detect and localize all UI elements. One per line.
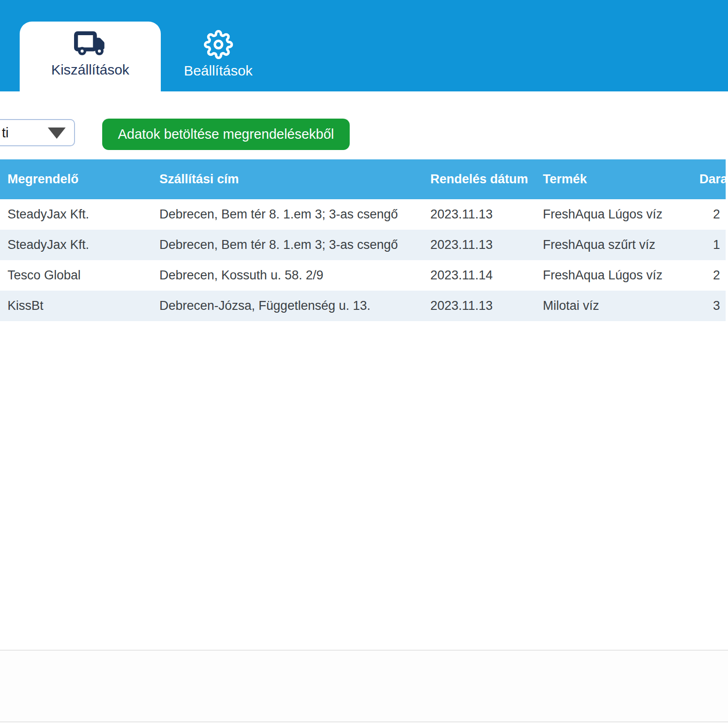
app-window: Kiszállítások Beállítások ti Adatok betö… bbox=[0, 0, 728, 728]
footer-panel bbox=[0, 650, 728, 722]
cell-customer: Tesco Global bbox=[8, 260, 159, 291]
table-header-row: Megrendelő Szállítási cím Rendelés dátum… bbox=[0, 159, 726, 199]
column-header-quantity: Darab bbox=[684, 159, 726, 199]
cell-quantity: 2 bbox=[684, 199, 726, 230]
cell-address: Debrecen, Bem tér 8. 1.em 3; 3-as csengő bbox=[159, 230, 430, 260]
deliveries-table: Megrendelő Szállítási cím Rendelés dátum… bbox=[0, 159, 726, 321]
cell-quantity: 3 bbox=[684, 291, 726, 321]
cell-date: 2023.11.13 bbox=[430, 199, 543, 230]
cell-date: 2023.11.13 bbox=[430, 230, 543, 260]
column-header-product: Termék bbox=[543, 159, 684, 199]
table-row[interactable]: KissBt Debrecen-Józsa, Függetlenség u. 1… bbox=[0, 291, 726, 321]
chevron-down-icon bbox=[48, 128, 66, 139]
table-row[interactable]: SteadyJax Kft. Debrecen, Bem tér 8. 1.em… bbox=[0, 230, 726, 260]
cell-product: Milotai víz bbox=[543, 291, 684, 321]
table-row[interactable]: Tesco Global Debrecen, Kossuth u. 58. 2/… bbox=[0, 260, 726, 291]
cell-quantity: 1 bbox=[684, 230, 726, 260]
filter-dropdown[interactable]: ti bbox=[0, 119, 75, 146]
cell-address: Debrecen, Bem tér 8. 1.em 3; 3-as csengő bbox=[159, 199, 430, 230]
gear-icon bbox=[204, 29, 233, 60]
cell-product: FreshAqua Lúgos víz bbox=[543, 199, 684, 230]
cell-product: FreshAqua szűrt víz bbox=[543, 230, 684, 260]
tab-label-beallitasok: Beállítások bbox=[184, 63, 253, 79]
cell-customer: SteadyJax Kft. bbox=[8, 230, 159, 260]
header-bar: Kiszállítások Beállítások bbox=[0, 0, 728, 91]
column-header-address: Szállítási cím bbox=[159, 159, 430, 199]
cell-date: 2023.11.13 bbox=[430, 291, 543, 321]
cell-date: 2023.11.14 bbox=[430, 260, 543, 291]
truck-icon bbox=[73, 28, 108, 59]
cell-quantity: 2 bbox=[684, 260, 726, 291]
table-row[interactable]: SteadyJax Kft. Debrecen, Bem tér 8. 1.em… bbox=[0, 199, 726, 230]
cell-customer: KissBt bbox=[8, 291, 159, 321]
cell-address: Debrecen-Józsa, Függetlenség u. 13. bbox=[159, 291, 430, 321]
tab-kiszallitasok[interactable]: Kiszállítások bbox=[20, 22, 161, 91]
column-header-customer: Megrendelő bbox=[8, 159, 159, 199]
cell-product: FreshAqua Lúgos víz bbox=[543, 260, 684, 291]
cell-customer: SteadyJax Kft. bbox=[8, 199, 159, 230]
column-header-date: Rendelés dátum bbox=[430, 159, 543, 199]
tab-label-kiszallitasok: Kiszállítások bbox=[51, 62, 129, 78]
cell-address: Debrecen, Kossuth u. 58. 2/9 bbox=[159, 260, 430, 291]
tab-beallitasok[interactable]: Beállítások bbox=[180, 22, 257, 91]
dropdown-selected-value: ti bbox=[2, 125, 9, 141]
load-orders-button[interactable]: Adatok betöltése megrendelésekből bbox=[102, 119, 350, 150]
